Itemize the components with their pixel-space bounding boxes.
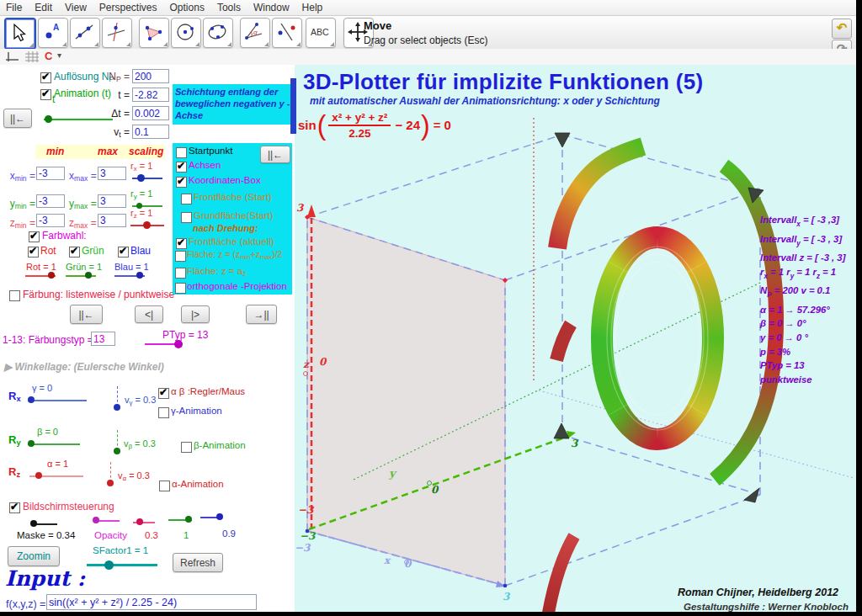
alpha-slider-knob[interactable] [35, 472, 42, 479]
xmin-input[interactable] [36, 167, 65, 180]
front-start-checkbox[interactable] [181, 194, 192, 204]
menu-file[interactable]: File [6, 2, 22, 13]
blau-checkbox[interactable] [118, 247, 129, 258]
ymax-input[interactable] [98, 194, 126, 208]
mode-title: Move [364, 19, 487, 32]
vbeta-slider-knob[interactable] [114, 448, 120, 454]
menu-view[interactable]: View [65, 2, 87, 13]
gruen-checkbox[interactable] [69, 247, 80, 258]
sfactor-slider-knob[interactable] [104, 560, 114, 570]
winkellage-header[interactable]: ▶ Winkellage: (Eulersche Winkel) [4, 361, 164, 373]
circle-tool-button[interactable] [171, 18, 201, 48]
rot-checkbox[interactable] [28, 247, 39, 258]
ellipse-tool-button[interactable] [203, 18, 233, 48]
line-tool-button[interactable] [70, 18, 100, 48]
beta-slider-knob[interactable] [28, 440, 35, 447]
faerbung-checkbox[interactable] [9, 290, 20, 301]
gruen-slider-knob[interactable] [85, 272, 92, 279]
beta-anim-checkbox[interactable] [181, 442, 192, 453]
rz-slider-knob[interactable] [143, 221, 151, 229]
flaeche1-checkbox[interactable] [175, 251, 186, 262]
step-forward-button[interactable]: →|| [246, 305, 277, 324]
ortho-checkbox[interactable] [175, 283, 186, 294]
graphics-view-3d[interactable]: 3 z 0 −3 −3 −3 y 0 3 x 0 3 3D-Plotter fü… [295, 65, 856, 612]
gamma-anim-checkbox[interactable] [158, 407, 169, 418]
zoomin-button[interactable]: Zoomin [8, 546, 60, 566]
point-tool-button[interactable]: A [38, 18, 68, 48]
green-value-label: 1 [184, 530, 189, 540]
reflect-tool-button[interactable] [272, 18, 302, 48]
menu-tools[interactable]: Tools [217, 2, 241, 13]
ptyp-slider-knob[interactable] [174, 340, 183, 348]
refresh-button[interactable]: Refresh [173, 553, 223, 572]
move-tool-button[interactable] [4, 18, 36, 50]
zmax-input[interactable] [98, 214, 126, 227]
animation-checkbox[interactable] [40, 89, 51, 100]
ymin-input[interactable] [36, 194, 65, 208]
achsen-checkbox[interactable] [176, 162, 187, 173]
perpendicular-line-tool-button[interactable] [102, 18, 132, 48]
opacity-slider-knob[interactable] [93, 517, 99, 523]
flaeche2-checkbox[interactable] [175, 268, 186, 279]
angle-tool-button[interactable]: α [240, 18, 270, 48]
formula-fraction: x² + y² + z² 2.25 [328, 111, 391, 140]
menu-options[interactable]: Options [170, 2, 205, 13]
grund-start-checkbox[interactable] [181, 212, 192, 223]
farbwahl-checkbox[interactable] [29, 231, 40, 242]
gamma-slider-knob[interactable] [28, 396, 35, 403]
step-back-button[interactable]: ||← [70, 305, 103, 324]
blue-slider-knob[interactable] [216, 513, 223, 520]
move-tool-icon [8, 22, 30, 44]
axes-icon[interactable] [5, 50, 20, 63]
sfactor-slider-track[interactable] [87, 564, 157, 566]
fx-input[interactable] [46, 594, 257, 610]
rot-slider-knob[interactable] [48, 272, 55, 279]
polygon-tool-button[interactable] [139, 18, 169, 48]
text-tool-button[interactable]: ABC [306, 18, 336, 48]
dt-input[interactable] [132, 106, 169, 120]
faerbungstyp-input[interactable] [91, 332, 115, 346]
prev-button[interactable]: <| [135, 305, 163, 323]
reflect-tool-icon [275, 21, 297, 43]
circle-tool-icon [174, 21, 196, 43]
vt-input[interactable] [132, 125, 169, 139]
y-m3-label: −3 [300, 530, 317, 542]
implicit-function-formula: sin ( x² + y² + z² 2.25 − 24 ) = 0 [298, 109, 451, 141]
regler-checkbox[interactable] [158, 388, 169, 399]
t-slider-knob[interactable] [45, 115, 52, 123]
koordbox-checkbox[interactable] [176, 177, 187, 188]
rx-slider-knob[interactable] [137, 174, 145, 182]
t-input[interactable] [132, 88, 169, 102]
blau-slider-knob[interactable] [136, 272, 143, 279]
bildschirm-checkbox[interactable] [9, 502, 20, 513]
np-input[interactable] [132, 69, 169, 83]
next-button[interactable]: |> [181, 305, 210, 323]
xmax-input[interactable] [98, 167, 126, 180]
menu-edit[interactable]: Edit [35, 2, 52, 13]
beta-slider-track[interactable] [28, 443, 80, 445]
undo-icon: ↶ [837, 20, 848, 35]
gruen-label: Grün [82, 245, 104, 257]
capture-icon[interactable]: C [45, 50, 52, 62]
layers-pause-button[interactable]: ||← [260, 146, 290, 163]
alpha-anim-checkbox[interactable] [159, 481, 170, 491]
t-pause-button[interactable]: ||← [3, 109, 32, 128]
opacity2-slider-knob[interactable] [136, 518, 143, 525]
gamma-slider-track[interactable] [28, 400, 87, 401]
aufloesung-checkbox[interactable] [40, 72, 51, 83]
line-tool-icon [73, 21, 95, 43]
vgamma-slider-knob[interactable] [114, 404, 120, 411]
undo-button[interactable]: ↶ [832, 19, 852, 39]
green-slider-knob[interactable] [185, 516, 192, 523]
maske-slider-knob[interactable] [30, 520, 37, 527]
grid-icon[interactable] [24, 50, 40, 63]
t-slider-track[interactable] [44, 119, 113, 120]
chevron-down-icon[interactable]: ▾ [57, 50, 61, 60]
startpunkt-checkbox[interactable] [176, 147, 187, 158]
menu-window[interactable]: Window [253, 2, 290, 13]
menu-perspectives[interactable]: Perspectives [99, 2, 157, 13]
front-aktuell-checkbox[interactable] [176, 238, 187, 249]
menu-help[interactable]: Help [302, 2, 323, 13]
zmin-input[interactable] [36, 214, 65, 227]
valpha-slider-knob[interactable] [107, 480, 114, 486]
